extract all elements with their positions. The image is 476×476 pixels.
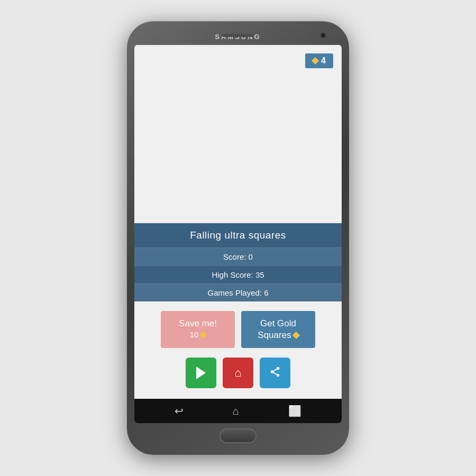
score-display: Score: 0: [134, 248, 342, 266]
share-button[interactable]: [260, 358, 290, 388]
get-gold-line2-row: Squares: [258, 330, 298, 341]
phone-screen: 4 Falling ultra squares Score: 0 High Sc…: [134, 45, 342, 423]
share-icon: [269, 366, 281, 380]
games-played-display: Games Played: 6: [134, 283, 342, 301]
home-app-button[interactable]: ⌂: [223, 358, 253, 388]
action-buttons-row: ⌂: [134, 358, 342, 399]
recent-nav-button[interactable]: ⬜: [288, 405, 301, 417]
svg-point-2: [277, 373, 280, 377]
svg-line-4: [273, 369, 277, 371]
phone-top-bar: SAMSUNG: [134, 31, 342, 45]
house-icon: ⌂: [234, 366, 241, 380]
play-icon: [196, 367, 206, 379]
save-cost-value: 10: [190, 330, 199, 339]
save-label: Save me!: [179, 318, 217, 329]
main-buttons-row: Save me! 10 Get Gold Squares: [134, 301, 342, 358]
save-diamond-icon: [199, 331, 207, 338]
game-area: 4: [134, 45, 342, 223]
svg-point-1: [271, 370, 274, 373]
get-gold-line2: Squares: [258, 330, 291, 341]
gold-btn-diamond-icon: [292, 332, 300, 339]
game-ui-panel: Falling ultra squares Score: 0 High Scor…: [134, 223, 342, 399]
phone-device: SAMSUNG 4 Falling ultra squares Score: 0…: [127, 21, 349, 455]
home-nav-button[interactable]: ⌂: [233, 405, 239, 417]
get-gold-button[interactable]: Get Gold Squares: [241, 311, 315, 348]
gold-counter: 4: [305, 53, 333, 68]
save-me-button[interactable]: Save me! 10: [161, 311, 235, 348]
gold-diamond-icon: [312, 57, 319, 65]
phone-bottom: [219, 423, 257, 445]
android-nav-bar: ↩ ⌂ ⬜: [134, 399, 342, 423]
play-button[interactable]: [186, 358, 216, 388]
svg-line-3: [273, 372, 277, 374]
game-title: Falling ultra squares: [134, 223, 342, 248]
save-cost-row: 10: [190, 330, 206, 339]
front-camera: [321, 33, 326, 38]
physical-home-button[interactable]: [219, 428, 257, 443]
highscore-display: High Score: 35: [134, 266, 342, 283]
svg-point-0: [277, 367, 280, 370]
get-gold-line1: Get Gold: [260, 318, 296, 329]
screen-content: 4 Falling ultra squares Score: 0 High Sc…: [134, 45, 342, 423]
speaker-grill: [222, 34, 254, 37]
back-nav-button[interactable]: ↩: [175, 405, 184, 417]
gold-count: 4: [321, 56, 326, 66]
